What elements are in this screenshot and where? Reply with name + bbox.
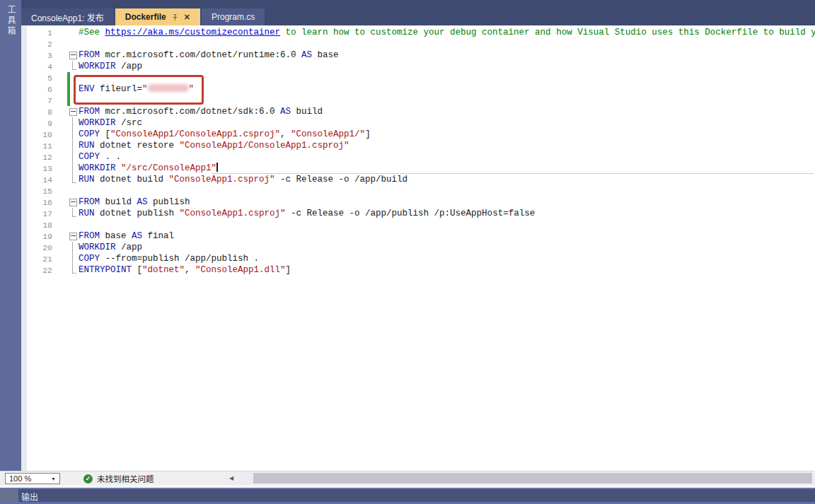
code-line: 9WORKDIR /src	[27, 117, 815, 129]
code-text: FROM base AS final	[79, 230, 174, 242]
line-number: 12	[27, 153, 52, 162]
code-text: RUN dotnet publish "ConsoleApp1.csproj" …	[79, 208, 535, 219]
code-line: 8FROM mcr.microsoft.com/dotnet/sdk:6.0 A…	[27, 106, 815, 117]
line-number: 20	[27, 243, 52, 252]
code-text: COPY ["ConsoleApp1/ConsoleApp1.csproj", …	[79, 129, 371, 140]
code-token: "/src/ConsoleApp1"	[121, 163, 216, 173]
code-text: COPY --from=publish /app/publish .	[79, 253, 259, 264]
line-number: 2	[27, 40, 52, 49]
fold-guide-end	[72, 61, 76, 70]
code-line: 3FROM mcr.microsoft.com/dotnet/runtime:6…	[27, 49, 815, 61]
line-number: 22	[27, 266, 52, 275]
code-token: final	[142, 231, 174, 241]
code-line: 15	[27, 185, 815, 197]
fold-margin	[67, 27, 79, 38]
scrollbar-thumb[interactable]	[253, 473, 812, 484]
fold-collapse-icon[interactable]	[69, 199, 77, 206]
tab-label: ConsoleApp1: 发布	[31, 11, 104, 23]
health-check-icon: ✓	[83, 474, 93, 484]
line-number: 21	[27, 254, 52, 264]
close-icon[interactable]: ✕	[184, 13, 190, 21]
code-token: "ConsoleApp1.csproj"	[169, 175, 275, 184]
code-editor[interactable]: 1#See https://aka.ms/customizecontainer …	[27, 25, 815, 471]
line-number: 10	[27, 130, 52, 139]
fold-guide-line	[72, 163, 73, 174]
tab-label: Program.cs	[212, 12, 255, 22]
code-token: ,	[280, 129, 291, 139]
code-token: AS	[132, 231, 142, 241]
code-token: COPY	[79, 254, 100, 264]
fold-margin	[67, 140, 79, 151]
code-text: WORKDIR /app	[79, 242, 142, 253]
tab-consoleapp1-publish[interactable]: ConsoleApp1: 发布	[21, 8, 114, 25]
tab-program-cs[interactable]: Program.cs	[202, 8, 265, 25]
code-token: RUN	[79, 175, 95, 184]
fold-margin	[67, 117, 79, 129]
line-number: 5	[27, 74, 52, 83]
comment-link[interactable]: https://aka.ms/customizecontainer	[105, 28, 281, 37]
code-token: ENTRYPOINT	[79, 265, 132, 275]
fold-guide-line	[72, 129, 73, 140]
code-token: "	[142, 84, 148, 94]
code-token: FROM	[79, 197, 100, 207]
code-token: [	[132, 265, 142, 275]
code-token: dotnet publish	[95, 209, 180, 218]
code-token: FROM	[79, 50, 100, 60]
code-line: 11RUN dotnet restore "ConsoleApp1/Consol…	[27, 140, 815, 151]
dropdown-arrow-icon: ▼	[51, 476, 59, 481]
line-number: 7	[27, 96, 52, 105]
code-token: COPY	[79, 152, 100, 162]
code-token: RUN	[79, 141, 95, 151]
code-token: /app	[116, 242, 143, 252]
editor-indicator-margin[interactable]	[21, 25, 27, 471]
code-token: build	[291, 107, 323, 117]
code-text: #See https://aka.ms/customizecontainer t…	[79, 27, 815, 38]
toolbox-vertical-tab[interactable]: 工具箱	[0, 0, 21, 471]
line-number: 14	[27, 175, 52, 184]
health-status-text: 未找到相关问题	[97, 473, 154, 484]
document-health-indicator[interactable]: ✓ 未找到相关问题	[83, 473, 154, 484]
scroll-left-arrow-icon[interactable]: ◀	[229, 475, 233, 481]
panel-resize-corner	[0, 489, 18, 502]
code-token: AS	[301, 50, 312, 60]
code-token: mcr.microsoft.com/dotnet/runtime:6.0	[100, 50, 301, 60]
code-token: "ConsoleApp1.dll"	[195, 265, 286, 275]
code-line: 18	[27, 219, 815, 230]
fold-collapse-icon[interactable]	[69, 52, 77, 59]
code-line: 7	[27, 95, 815, 106]
fold-guide-line	[72, 140, 73, 151]
text-cursor	[216, 163, 218, 172]
code-lines: 1#See https://aka.ms/customizecontainer …	[27, 25, 815, 276]
code-text: COPY . .	[79, 151, 121, 163]
fold-guide-line	[72, 151, 73, 163]
code-line: 16FROM build AS publish	[27, 197, 815, 208]
fold-margin	[67, 242, 79, 253]
fold-margin	[67, 230, 79, 242]
tab-dockerfile[interactable]: Dockerfile ✕	[115, 8, 200, 25]
fold-collapse-icon[interactable]	[69, 108, 77, 116]
code-token: AS	[280, 107, 291, 117]
fold-guide-end	[72, 208, 76, 217]
change-tracking-bar	[67, 72, 70, 106]
tab-label: Dockerfile	[125, 12, 166, 22]
line-number: 6	[27, 85, 52, 94]
fold-margin	[67, 129, 79, 140]
code-text: RUN dotnet build "ConsoleApp1.csproj" -c…	[79, 174, 408, 185]
fold-margin	[67, 185, 79, 197]
output-panel[interactable]: 输出	[0, 488, 815, 504]
zoom-level-dropdown[interactable]: 100 % ▼	[5, 473, 60, 484]
code-text: FROM mcr.microsoft.com/dotnet/sdk:6.0 AS…	[79, 106, 323, 117]
pin-icon[interactable]	[171, 13, 179, 21]
code-token: "	[189, 84, 195, 94]
code-token: to learn how to customize your debug con…	[280, 28, 815, 37]
line-number: 3	[27, 51, 52, 60]
code-line: 12COPY . .	[27, 151, 815, 163]
code-token: base	[312, 50, 339, 60]
fold-guide-line	[72, 117, 73, 129]
code-text: WORKDIR "/src/ConsoleApp1"	[79, 163, 218, 174]
horizontal-scrollbar[interactable]: ◀	[225, 471, 815, 485]
fold-collapse-icon[interactable]	[69, 233, 77, 240]
code-line: 6ENV fileurl=""	[27, 83, 815, 95]
code-line: 13WORKDIR "/src/ConsoleApp1"	[27, 163, 815, 174]
fold-margin	[67, 208, 79, 219]
